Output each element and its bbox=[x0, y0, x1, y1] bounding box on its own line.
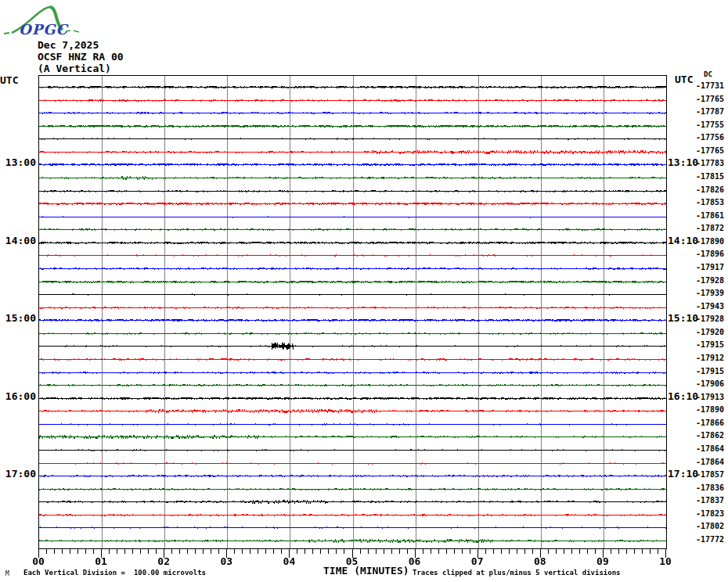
hour-label-left: 13:00 bbox=[5, 156, 36, 168]
hour-label-right: 13:10 bbox=[668, 156, 698, 168]
dc-offset-value: -17862 bbox=[696, 431, 724, 440]
dc-offset-value: -17765 bbox=[696, 95, 724, 103]
hour-label-right: 17:10 bbox=[668, 468, 698, 480]
hour-label-right: 14:10 bbox=[668, 235, 698, 246]
dc-offset-value: -17915 bbox=[696, 367, 724, 375]
header-station: OCSF HNZ RA 00 bbox=[38, 51, 124, 63]
opgc-logo-text: OPGC bbox=[19, 21, 70, 38]
dc-offset-value: -17802 bbox=[696, 522, 724, 530]
dc-offset-value: -17912 bbox=[696, 354, 724, 362]
x-tick-label: 07 bbox=[460, 555, 495, 567]
dc-offset-value: -17939 bbox=[696, 289, 724, 297]
dc-offset-value: -17756 bbox=[696, 133, 724, 142]
dc-offset-value: -17913 bbox=[696, 393, 724, 401]
dc-offset-value: -17826 bbox=[696, 185, 724, 194]
dc-offset-value: -17861 bbox=[696, 211, 724, 220]
dc-offset-value: -17866 bbox=[696, 419, 724, 427]
scale-note: Each Vertical Division = 100.00 microvol… bbox=[23, 569, 206, 577]
helicorder-plot-area bbox=[38, 75, 667, 549]
dc-offset-value: -17783 bbox=[696, 159, 724, 167]
dc-offset-value: -17837 bbox=[696, 496, 724, 505]
x-tick-label: 09 bbox=[586, 555, 620, 567]
dc-offset-value: -17906 bbox=[696, 379, 724, 388]
hour-label-left: 17:00 bbox=[5, 468, 36, 480]
dc-offset-value: -17853 bbox=[696, 198, 724, 207]
left-axis-title: UTC bbox=[0, 74, 18, 86]
dc-offset-value: -17928 bbox=[696, 314, 724, 323]
dc-offset-value: -17787 bbox=[696, 107, 724, 116]
opgc-logo-graphic: OPGC bbox=[3, 2, 85, 39]
plot-header: Dec 7,2025 OCSF HNZ RA 00 (A Vertical) bbox=[38, 39, 124, 74]
helicorder-page: OPGC Dec 7,2025 OCSF HNZ RA 00 (A Vertic… bbox=[0, 0, 728, 582]
right-axis-title: UTC bbox=[675, 74, 693, 85]
trace-canvas bbox=[39, 76, 666, 548]
x-tick-label: 02 bbox=[146, 555, 181, 567]
dc-offset-value: -17864 bbox=[696, 458, 724, 466]
dc-offset-value: -17755 bbox=[696, 120, 724, 129]
dc-offset-value: -17928 bbox=[696, 276, 724, 285]
corner-mark: M bbox=[5, 570, 9, 577]
dc-offset-value: -17772 bbox=[696, 535, 724, 544]
dc-offset-value: -17920 bbox=[696, 328, 724, 336]
clipping-note: Traces clipped at plus/minus 5 vertical … bbox=[413, 569, 621, 577]
dc-column-label: DC bbox=[704, 70, 712, 78]
dc-offset-value: -17917 bbox=[696, 263, 724, 271]
hour-label-left: 14:00 bbox=[5, 235, 36, 246]
x-axis-title: TIME (MINUTES) bbox=[323, 565, 409, 577]
dc-offset-value: -17864 bbox=[696, 444, 724, 453]
header-component: (A Vertical) bbox=[38, 63, 124, 74]
x-tick-label: 00 bbox=[21, 555, 56, 567]
opgc-logo: OPGC bbox=[3, 2, 85, 39]
dc-offset-value: -17890 bbox=[696, 405, 724, 414]
dc-offset-value: -17815 bbox=[696, 172, 724, 181]
hour-label-right: 15:10 bbox=[668, 312, 698, 324]
dc-offset-value: -17915 bbox=[696, 340, 724, 349]
x-tick-label: 04 bbox=[272, 555, 306, 567]
x-tick-label: 10 bbox=[648, 555, 683, 567]
dc-offset-value: -17872 bbox=[696, 224, 724, 232]
hour-label-left: 16:00 bbox=[5, 390, 36, 402]
hour-label-left: 15:00 bbox=[5, 312, 36, 324]
dc-offset-value: -17836 bbox=[696, 483, 724, 492]
dc-offset-value: -17890 bbox=[696, 237, 724, 246]
dc-offset-value: -17857 bbox=[696, 470, 724, 479]
x-tick-label: 08 bbox=[523, 555, 557, 567]
x-tick-label: 01 bbox=[84, 555, 118, 567]
dc-offset-value: -17943 bbox=[696, 302, 724, 311]
dc-offset-value: -17896 bbox=[696, 250, 724, 258]
x-tick-label: 03 bbox=[209, 555, 243, 567]
hour-label-right: 16:10 bbox=[668, 390, 698, 402]
dc-offset-value: -17731 bbox=[696, 81, 724, 90]
dc-offset-value: -17765 bbox=[696, 146, 724, 155]
header-date: Dec 7,2025 bbox=[38, 39, 124, 51]
dc-offset-value: -17823 bbox=[696, 509, 724, 518]
